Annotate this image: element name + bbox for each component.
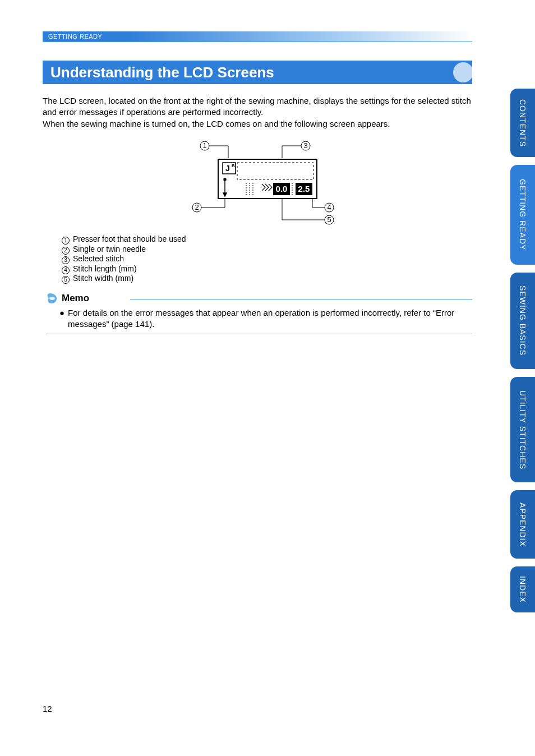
callout-2-number: 2	[195, 203, 199, 211]
memo-title: Memo	[62, 293, 89, 304]
header-underline	[43, 42, 472, 42]
section-title: Understanding the LCD Screens	[43, 64, 274, 81]
tab-contents[interactable]: CONTENTS	[510, 89, 535, 157]
callout-1-number: 1	[202, 141, 206, 150]
tab-label: APPENDIX	[518, 495, 527, 555]
lcd-stitch-width: 2.5	[298, 184, 310, 193]
tab-index[interactable]: INDEX	[510, 566, 535, 612]
memo-block: Memo ● For details on the error messages…	[46, 292, 472, 334]
lcd-foot-letter: J	[225, 164, 230, 173]
section-breadcrumb-bar: GETTING READY	[43, 31, 472, 42]
callout-4-number: 4	[327, 203, 331, 211]
tab-label: UTILITY STITCHES	[518, 382, 527, 477]
svg-point-29	[49, 297, 55, 300]
legend-number-3: 3	[62, 256, 70, 264]
figure-legend: 1 Presser foot that should be used 2 Sin…	[62, 234, 186, 284]
tab-getting-ready[interactable]: GETTING READY	[510, 165, 535, 265]
legend-number-5: 5	[62, 276, 70, 284]
memo-body-text: For details on the error messages that a…	[68, 307, 472, 330]
tab-label: SEWING BASICS	[518, 278, 527, 363]
legend-text-1: Presser foot that should be used	[73, 234, 186, 245]
tab-label: GETTING READY	[518, 171, 527, 258]
lcd-stitch-length: 0.0	[276, 184, 288, 193]
legend-row: 2 Single or twin needle	[62, 245, 186, 255]
legend-number-4: 4	[62, 266, 70, 274]
intro-text: The LCD screen, located on the front at …	[43, 95, 472, 130]
legend-row: 1 Presser foot that should be used	[62, 234, 186, 245]
tab-label: INDEX	[518, 568, 527, 611]
svg-point-13	[224, 178, 226, 181]
section-title-bar: Understanding the LCD Screens	[43, 61, 472, 84]
intro-paragraph-2: When the sewing machine is turned on, th…	[43, 118, 472, 130]
callout-3-number: 3	[303, 141, 307, 150]
tab-sewing-basics[interactable]: SEWING BASICS	[510, 273, 535, 369]
legend-row: 3 Selected stitch	[62, 254, 186, 264]
legend-row: 4 Stitch length (mm)	[62, 264, 186, 274]
lcd-figure: 1 3 J B	[43, 139, 472, 229]
lcd-foot-letter-small: B	[232, 163, 235, 168]
page-number: 12	[43, 704, 52, 713]
legend-number-2: 2	[62, 247, 70, 255]
side-tabs: CONTENTS GETTING READY SEWING BASICS UTI…	[504, 89, 535, 620]
legend-text-2: Single or twin needle	[73, 245, 146, 255]
intro-paragraph-1: The LCD screen, located on the front at …	[43, 95, 472, 118]
legend-text-5: Stitch width (mm)	[73, 274, 133, 284]
tab-utility-stitches[interactable]: UTILITY STITCHES	[510, 377, 535, 482]
legend-text-4: Stitch length (mm)	[73, 264, 137, 274]
memo-rule-top	[130, 299, 472, 300]
legend-text-3: Selected stitch	[73, 254, 124, 264]
legend-number-1: 1	[62, 237, 70, 245]
memo-icon	[46, 292, 58, 305]
tab-appendix[interactable]: APPENDIX	[510, 490, 535, 559]
tab-label: CONTENTS	[518, 91, 527, 155]
section-breadcrumb: GETTING READY	[43, 33, 102, 40]
memo-rule-bottom	[46, 334, 472, 334]
section-title-decor	[449, 61, 472, 84]
legend-row: 5 Stitch width (mm)	[62, 274, 186, 284]
bullet-dot-icon: ●	[59, 307, 64, 330]
callout-5-number: 5	[327, 215, 331, 224]
